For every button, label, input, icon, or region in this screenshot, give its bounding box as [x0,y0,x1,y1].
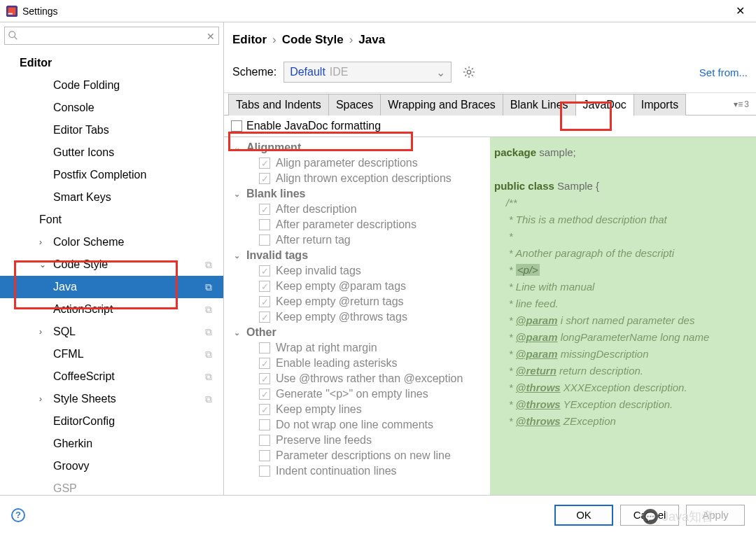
tree-console[interactable]: Console [0,97,223,119]
option-item[interactable]: Keep empty @return tags [224,294,490,309]
checkbox[interactable] [259,404,270,415]
tab-javadoc[interactable]: JavaDoc [576,94,634,115]
crumb-java[interactable]: Java [358,33,385,47]
checkbox[interactable] [259,419,270,430]
gear-icon[interactable] [463,66,475,78]
ok-button[interactable]: OK [554,505,613,526]
tree-code-style-gsp[interactable]: GSP [0,477,223,495]
option-label: Generate "<p>" on empty lines [276,388,428,400]
option-item[interactable]: Keep empty lines [224,402,490,417]
settings-content: Editor › Code Style › Java Scheme: Defau… [224,22,756,495]
crumb-codestyle[interactable]: Code Style [282,33,344,47]
tab-blank-lines[interactable]: Blank Lines [503,94,576,115]
enable-javadoc-label: Enable JavaDoc formatting [246,120,381,132]
section-invalid[interactable]: ⌄Invalid tags [224,248,490,263]
chevron-right-icon: › [39,237,42,247]
section-blank[interactable]: ⌄Blank lines [224,186,490,202]
tree-code-style-actionscript[interactable]: ActionScript⧉ [0,298,223,321]
option-item[interactable]: Generate "<p>" on empty lines [224,386,490,402]
dialog-footer: ? OK Cancel Apply [0,495,756,534]
checkbox[interactable] [259,312,270,323]
checkbox[interactable] [259,296,270,307]
option-label: After description [276,203,357,216]
tab-imports[interactable]: Imports [634,94,686,115]
checkbox[interactable] [259,265,270,276]
checkbox[interactable] [259,358,270,369]
option-item[interactable]: Enable leading asterisks [224,356,490,371]
checkbox[interactable] [259,158,270,169]
option-item[interactable]: Keep empty @throws tags [224,309,490,325]
option-label: Do not wrap one line comments [276,419,433,431]
checkbox[interactable] [259,234,270,246]
checkbox[interactable] [259,450,270,461]
option-item[interactable]: Keep empty @param tags [224,279,490,294]
checkbox[interactable] [259,204,270,215]
option-item[interactable]: After return tag [224,232,490,248]
chevron-right-icon: › [349,33,354,47]
tab-wrapping[interactable]: Wrapping and Braces [381,94,503,115]
checkbox[interactable] [259,173,270,184]
cancel-button[interactable]: Cancel [620,505,679,526]
tree-code-style-stylesheets[interactable]: ›Style Sheets⧉ [0,388,223,410]
tree-code-style-sql[interactable]: ›SQL⧉ [0,321,223,343]
svg-point-5 [467,70,470,74]
tree-code-style-editorconfig[interactable]: EditorConfig [0,410,223,433]
option-item[interactable]: After description [224,202,490,217]
checkbox[interactable] [259,373,270,384]
apply-button[interactable]: Apply [686,505,745,526]
tree-code-folding[interactable]: Code Folding [0,74,223,97]
enable-javadoc-checkbox[interactable] [231,120,242,132]
crumb-editor[interactable]: Editor [232,33,267,47]
tree-code-style-java[interactable]: Java⧉ [0,276,223,298]
tabs-overflow[interactable]: ▾≡3 [727,93,756,115]
option-label: Align thrown exception descriptions [276,172,451,185]
chevron-down-icon: ⌄ [234,251,240,260]
checkbox[interactable] [259,388,270,400]
tree-code-style-coffeescript[interactable]: CoffeeScript⧉ [0,365,223,388]
tree-code-style[interactable]: ⌄Code Style⧉ [0,253,223,276]
section-other[interactable]: ⌄Other [224,325,490,340]
tree-editor[interactable]: Editor [0,52,223,74]
option-item[interactable]: Keep invalid tags [224,263,490,279]
set-from-link[interactable]: Set from... [699,66,748,78]
checkbox[interactable] [259,465,270,477]
tree-smart-keys[interactable]: Smart Keys [0,186,223,209]
tree-postfix[interactable]: Postfix Completion [0,164,223,186]
help-icon[interactable]: ? [11,508,25,522]
tree-code-style-cfml[interactable]: CFML⧉ [0,343,223,365]
copy-indicator-icon: ⧉ [205,281,212,293]
copy-indicator-icon: ⧉ [205,371,212,383]
checkbox[interactable] [259,281,270,292]
option-label: Align parameter descriptions [276,157,418,169]
clear-search-icon[interactable]: ✕ [206,31,215,39]
tree-color-scheme[interactable]: ›Color Scheme [0,231,223,253]
tree-code-style-groovy[interactable]: Groovy [0,455,223,477]
checkbox[interactable] [259,342,270,354]
tree-font[interactable]: Font [0,209,223,231]
option-item[interactable]: Do not wrap one line comments [224,417,490,433]
option-item[interactable]: After parameter descriptions [224,217,490,232]
section-alignment[interactable]: ⌄Alignment [224,140,490,155]
tree-gutter-icons[interactable]: Gutter Icons [0,141,223,164]
settings-tree: Editor Code Folding Console Editor Tabs … [0,49,223,495]
option-item[interactable]: Wrap at right margin [224,340,490,356]
tree-code-style-gherkin[interactable]: Gherkin [0,433,223,455]
option-item[interactable]: Parameter descriptions on new line [224,448,490,463]
app-icon [6,5,18,18]
search-input[interactable] [4,27,219,45]
option-item[interactable]: Preserve line feeds [224,433,490,448]
checkbox[interactable] [259,219,270,230]
option-label: Enable leading asterisks [276,357,397,370]
option-label: Keep empty @param tags [276,280,406,293]
close-button[interactable]: ✕ [730,1,750,20]
checkbox[interactable] [259,435,270,446]
tab-tabs-indents[interactable]: Tabs and Indents [228,94,329,115]
option-item[interactable]: Align thrown exception descriptions [224,171,490,186]
code-preview: package sample; public class Sample { /*… [490,137,756,495]
tree-editor-tabs[interactable]: Editor Tabs [0,119,223,141]
tab-spaces[interactable]: Spaces [329,94,381,115]
option-item[interactable]: Align parameter descriptions [224,155,490,171]
option-item[interactable]: Indent continuation lines [224,463,490,479]
scheme-dropdown[interactable]: DefaultIDE ⌄ [284,62,451,83]
option-item[interactable]: Use @throws rather than @exception [224,371,490,386]
